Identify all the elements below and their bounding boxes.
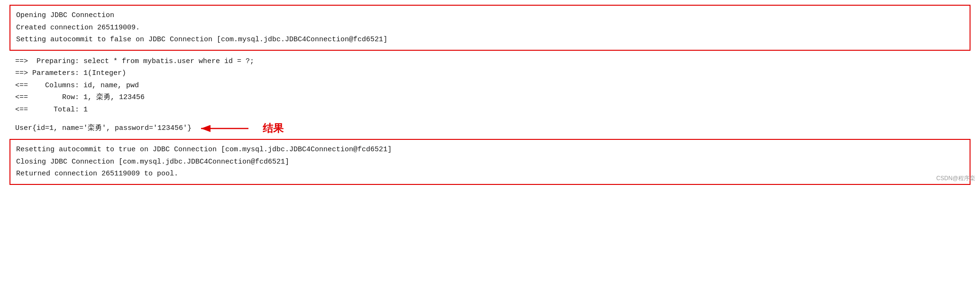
block4-boxed: Resetting autocommit to true on JDBC Con… <box>9 139 971 185</box>
log-line: <== Row: 1, 栾勇, 123456 <box>15 92 965 104</box>
main-container: Opening JDBC Connection Created connecti… <box>0 5 980 185</box>
log-line: Setting autocommit to false on JDBC Conn… <box>16 34 964 46</box>
arrow-icon <box>196 122 253 135</box>
watermark: CSDN@程序栾 <box>936 174 975 183</box>
log-line: Resetting autocommit to true on JDBC Con… <box>16 144 964 156</box>
log-line: ==> Parameters: 1(Integer) <box>15 67 965 80</box>
block3-result: User{id=1, name='栾勇', password='123456'}… <box>9 119 971 139</box>
block1-boxed: Opening JDBC Connection Created connecti… <box>9 5 971 51</box>
log-line: <== Total: 1 <box>15 104 965 116</box>
csdn-logo: CSDN@程序栾 <box>936 175 975 182</box>
log-line: <== Columns: id, name, pwd <box>15 80 965 92</box>
log-line: ==> Preparing: select * from mybatis.use… <box>15 55 965 68</box>
log-line: Returned connection 265119009 to pool. <box>16 168 964 180</box>
result-label: 结果 <box>263 119 284 137</box>
log-line: Opening JDBC Connection <box>16 9 964 22</box>
log-line: Closing JDBC Connection [com.mysql.jdbc.… <box>16 156 964 168</box>
result-line: User{id=1, name='栾勇', password='123456'} <box>15 122 192 135</box>
block2-no-border: ==> Preparing: select * from mybatis.use… <box>9 52 971 120</box>
log-line: Created connection 265119009. <box>16 22 964 34</box>
